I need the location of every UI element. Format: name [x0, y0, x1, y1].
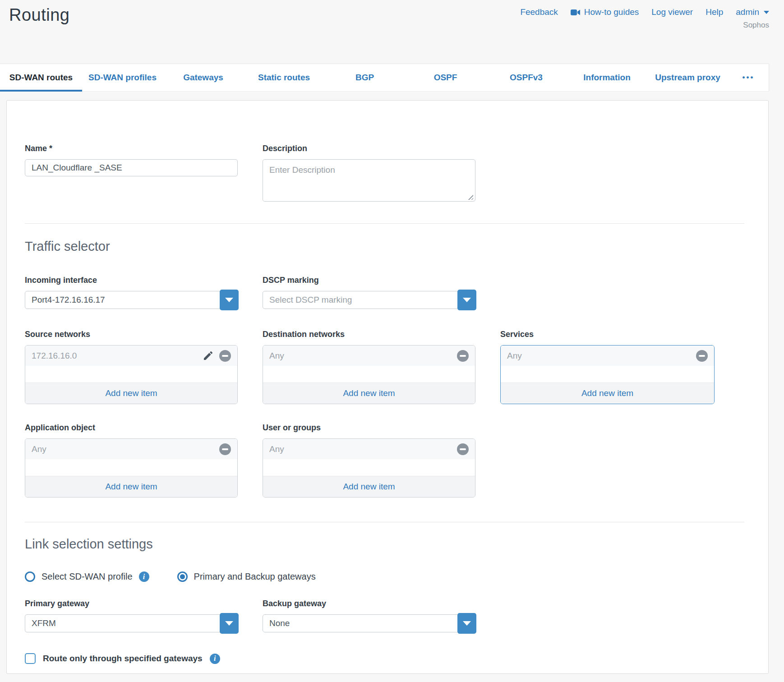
add-new-item-button[interactable]: Add new item — [501, 382, 714, 404]
name-label: Name* — [25, 144, 238, 153]
dscp-marking-value[interactable] — [263, 291, 475, 309]
tab-sdwan-profiles[interactable]: SD-WAN profiles — [82, 64, 163, 91]
tab-upstream-proxy[interactable]: Upstream proxy — [647, 64, 728, 91]
section-divider — [25, 522, 744, 522]
application-object-listbox: Any Add new item — [25, 438, 238, 498]
tab-information[interactable]: Information — [567, 64, 647, 91]
tab-ospfv3[interactable]: OSPFv3 — [486, 64, 567, 91]
add-new-item-button[interactable]: Add new item — [263, 382, 475, 404]
list-item-value: Any — [32, 444, 46, 454]
more-tabs-button[interactable]: ••• — [728, 64, 769, 91]
list-item-actions — [219, 443, 231, 455]
services-group: Services Any Add new item — [500, 330, 715, 404]
incoming-interface-value[interactable] — [25, 291, 238, 309]
edit-pencil-icon[interactable] — [203, 350, 213, 361]
remove-item-icon[interactable] — [219, 443, 231, 455]
user-menu[interactable]: admin — [736, 7, 769, 17]
backup-gateway-value[interactable] — [263, 614, 475, 632]
description-field-group: Description — [263, 144, 475, 203]
video-camera-icon — [571, 9, 581, 16]
radio-label: Primary and Backup gateways — [194, 571, 316, 582]
routing-tabbar: SD-WAN routes SD-WAN profiles Gateways S… — [0, 64, 769, 92]
primary-gateway-label: Primary gateway — [25, 599, 238, 608]
name-input[interactable] — [25, 159, 238, 176]
howto-guides-label: How-to guides — [584, 7, 639, 17]
tab-static-routes[interactable]: Static routes — [244, 64, 324, 91]
list-item-value: Any — [269, 444, 284, 454]
info-icon[interactable] — [139, 571, 149, 582]
traffic-selector-heading: Traffic selector — [25, 239, 750, 254]
description-textarea[interactable] — [263, 159, 475, 202]
dropdown-caret-icon — [463, 298, 471, 302]
incoming-interface-dropdown-button[interactable] — [220, 290, 239, 310]
name-description-row: Name* Description — [25, 144, 750, 203]
dscp-marking-group: DSCP marking — [263, 276, 475, 309]
radio-primary-backup-gateways[interactable]: Primary and Backup gateways — [177, 571, 316, 582]
list-item: Any — [25, 439, 237, 459]
source-networks-listbox: 172.16.16.0 Add new item — [25, 345, 238, 404]
list-item: Any — [501, 346, 714, 366]
list-item-actions — [457, 350, 469, 362]
primary-gateway-group: Primary gateway — [25, 599, 238, 632]
help-link[interactable]: Help — [706, 7, 723, 17]
source-networks-group: Source networks 172.16.16.0 Add new item — [25, 330, 238, 404]
networks-row: Source networks 172.16.16.0 Add new item… — [25, 330, 750, 404]
add-new-item-button[interactable]: Add new item — [25, 476, 237, 497]
radio-icon[interactable] — [25, 571, 35, 582]
remove-item-icon[interactable] — [696, 350, 708, 362]
description-label: Description — [263, 144, 475, 153]
add-new-item-button[interactable]: Add new item — [25, 382, 237, 404]
primary-gateway-dropdown-button[interactable] — [220, 613, 239, 634]
application-object-label: Application object — [25, 423, 238, 433]
link-selection-options: Select SD-WAN profile Primary and Backup… — [25, 571, 750, 582]
radio-select-sdwan-profile[interactable]: Select SD-WAN profile — [25, 571, 149, 582]
user-menu-label: admin — [736, 7, 759, 17]
backup-gateway-dropdown-button[interactable] — [457, 613, 476, 634]
list-item: Any — [263, 439, 475, 459]
dscp-marking-select — [263, 291, 475, 309]
route-only-checkbox[interactable] — [25, 653, 36, 664]
remove-item-icon[interactable] — [457, 443, 469, 455]
user-or-groups-listbox: Any Add new item — [263, 438, 475, 498]
route-only-label: Route only through specified gateways — [43, 654, 203, 664]
services-listbox: Any Add new item — [500, 345, 715, 404]
page-header: Routing Feedback How-to guides Log viewe… — [0, 0, 784, 64]
list-item-value: Any — [269, 351, 284, 361]
howto-guides-link[interactable]: How-to guides — [571, 7, 639, 17]
list-item-value: 172.16.16.0 — [32, 351, 77, 361]
log-viewer-link[interactable]: Log viewer — [651, 7, 693, 17]
info-icon[interactable] — [210, 654, 220, 664]
backup-gateway-group: Backup gateway — [263, 599, 475, 632]
tab-gateways[interactable]: Gateways — [163, 64, 244, 91]
remove-item-icon[interactable] — [457, 350, 469, 362]
tab-ospf[interactable]: OSPF — [405, 64, 486, 91]
primary-gateway-value[interactable] — [25, 614, 238, 632]
source-networks-label: Source networks — [25, 330, 238, 339]
remove-item-icon[interactable] — [219, 350, 231, 362]
name-field-group: Name* — [25, 144, 238, 203]
incoming-interface-label: Incoming interface — [25, 276, 238, 285]
listbox-body — [501, 366, 714, 382]
dscp-marking-dropdown-button[interactable] — [457, 290, 476, 310]
tab-sdwan-routes[interactable]: SD-WAN routes — [0, 64, 82, 91]
feedback-link[interactable]: Feedback — [520, 7, 558, 17]
tab-bgp[interactable]: BGP — [324, 64, 405, 91]
radio-icon[interactable] — [177, 571, 188, 582]
page-title: Routing — [9, 5, 69, 25]
app-users-row: Application object Any Add new item User… — [25, 423, 750, 498]
user-or-groups-label: User or groups — [263, 423, 475, 433]
interface-dscp-row: Incoming interface DSCP marking — [25, 276, 750, 309]
destination-networks-label: Destination networks — [263, 330, 475, 339]
listbox-body — [25, 366, 237, 382]
add-new-item-button[interactable]: Add new item — [263, 476, 475, 497]
required-mark: * — [49, 144, 52, 153]
services-label: Services — [500, 330, 715, 339]
backup-gateway-label: Backup gateway — [263, 599, 475, 608]
list-item-actions — [696, 350, 708, 362]
radio-label: Select SD-WAN profile — [42, 571, 133, 582]
top-links: Feedback How-to guides Log viewer Help a… — [520, 7, 769, 17]
listbox-body — [263, 459, 475, 476]
dropdown-caret-icon — [463, 621, 471, 626]
listbox-body — [263, 366, 475, 382]
list-item-actions — [457, 443, 469, 455]
